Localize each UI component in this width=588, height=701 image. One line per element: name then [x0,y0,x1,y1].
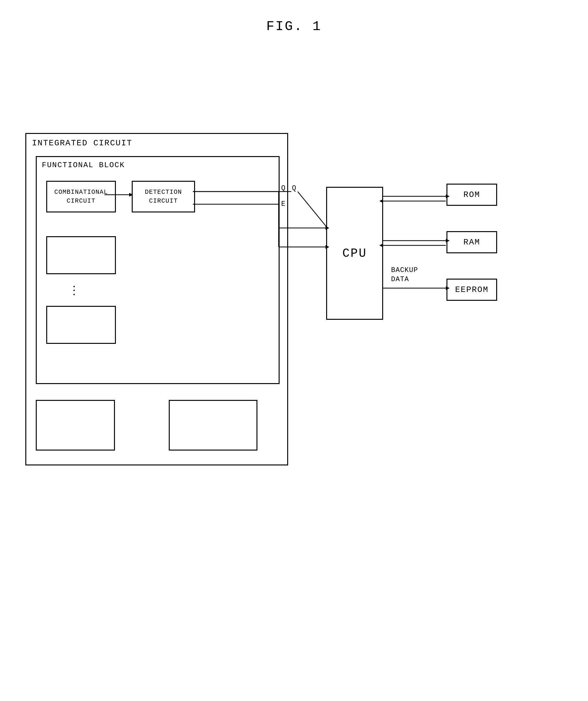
cpu-label: CPU [342,247,367,260]
detection-circuit-box: DETECTIONCIRCUIT [132,181,195,212]
svg-text:Q: Q [292,184,297,192]
ic-label: INTEGRATED CIRCUIT [32,138,132,148]
backup-data-label: BACKUPDATA [391,266,418,284]
functional-block-box: FUNCTIONAL BLOCK COMBINATIONALCIRCUIT DE… [36,156,279,384]
eeprom-box: EEPROM [446,279,497,301]
combinational-circuit-box: COMBINATIONALCIRCUIT [46,181,116,212]
integrated-circuit-box: INTEGRATED CIRCUIT FUNCTIONAL BLOCK COMB… [25,133,288,465]
ram-box: RAM [446,231,497,253]
bottom-block-1 [36,400,115,451]
rom-label: ROM [463,190,480,200]
dots: ⋮ [68,284,81,298]
empty-block-2 [46,306,116,344]
empty-block-1 [46,236,116,274]
fb-label: FUNCTIONAL BLOCK [42,161,125,169]
eeprom-label: EEPROM [455,285,488,294]
bottom-block-2 [169,400,257,451]
svg-line-2 [298,192,326,226]
ram-label: RAM [463,237,480,247]
rom-box: ROM [446,184,497,206]
combinational-circuit-label: COMBINATIONALCIRCUIT [54,188,108,206]
detection-circuit-label: DETECTIONCIRCUIT [145,188,182,206]
diagram-container: INTEGRATED CIRCUIT FUNCTIONAL BLOCK COMB… [25,133,557,513]
cpu-box: CPU [326,187,383,320]
page-title: FIG. 1 [266,19,322,34]
